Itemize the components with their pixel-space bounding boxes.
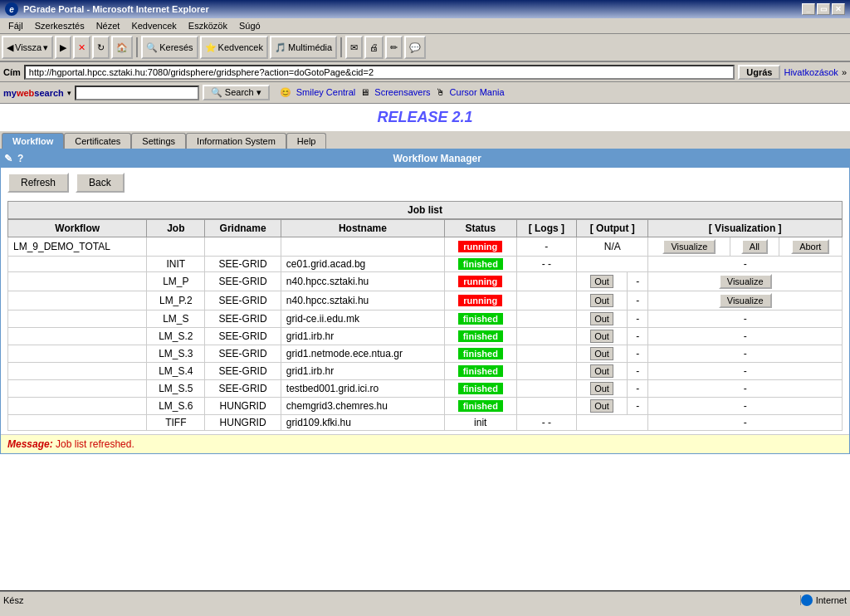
menu-favorites[interactable]: Kedvencek — [126, 20, 181, 32]
cell-job: TIFF — [147, 415, 205, 431]
release-banner: RELEASE 2.1 — [0, 104, 850, 131]
out-button[interactable]: Out — [590, 294, 613, 307]
visualize-button3[interactable]: Visualize — [719, 293, 772, 308]
cell-gridname: HUNGRID — [205, 415, 281, 431]
menu-view[interactable]: Nézet — [91, 20, 125, 32]
tab-help[interactable]: Help — [286, 133, 327, 149]
status-badge-init: init — [474, 417, 486, 428]
cell-vis-btn[interactable]: Visualize — [648, 291, 843, 310]
smiley-central-link[interactable]: Smiley Central — [296, 87, 356, 98]
favorites-button[interactable]: ⭐ Kedvencek — [200, 36, 268, 59]
main-content: ✎ ? Workflow Manager Refresh Back Job li… — [0, 149, 850, 454]
cell-hostname: grid109.kfki.hu — [281, 415, 444, 431]
cell-workflow — [8, 272, 147, 291]
back-button[interactable]: ◀ Vissza ▾ — [2, 36, 53, 59]
cell-workflow — [8, 380, 147, 398]
help-wm-icon[interactable]: ? — [17, 153, 23, 164]
cell-vis-btn[interactable]: Visualize — [648, 237, 730, 257]
refresh-wm-button[interactable]: Refresh — [7, 173, 69, 193]
restore-button[interactable]: ▭ — [817, 3, 830, 15]
cell-out-btn[interactable]: Out — [577, 345, 628, 363]
edit-wm-icon[interactable]: ✎ — [4, 153, 12, 164]
browser-title: PGrade Portal - Microsoft Internet Explo… — [23, 4, 209, 14]
table-row: LM_P.2 SEE-GRID n40.hpcc.sztaki.hu runni… — [8, 291, 843, 310]
out-button[interactable]: Out — [590, 382, 613, 395]
cursor-mania-link[interactable]: Cursor Mania — [450, 87, 505, 98]
cell-job: LM_S — [147, 310, 205, 328]
links-expand-icon[interactable]: » — [842, 67, 847, 77]
abort-button[interactable]: Abort — [791, 239, 829, 254]
visualize-button2[interactable]: Visualize — [719, 274, 772, 289]
cell-out-btn[interactable]: Out — [577, 328, 628, 345]
out-button[interactable]: Out — [590, 330, 613, 343]
edit-icon: ✏ — [390, 42, 398, 53]
cell-out-btn[interactable]: Out — [577, 363, 628, 380]
edit-button[interactable]: ✏ — [385, 36, 403, 59]
tab-information-system[interactable]: Information System — [186, 133, 286, 149]
table-row: LM_S.5 SEE-GRID testbed001.grid.ici.ro f… — [8, 380, 843, 398]
back-wm-button[interactable]: Back — [76, 173, 125, 193]
col-workflow: Workflow — [8, 220, 147, 237]
links-label[interactable]: Hivatkozások — [784, 67, 838, 77]
cell-workflow — [8, 415, 147, 431]
cell-gridname — [205, 237, 281, 257]
screensavers-icon: 🖥 — [360, 87, 369, 98]
cell-abort-btn[interactable]: Abort — [779, 237, 842, 257]
cell-out-dash: - — [627, 380, 647, 398]
cell-out-btn[interactable]: Out — [577, 272, 628, 291]
search-input[interactable] — [75, 86, 199, 100]
status-badge-running: running — [458, 276, 502, 287]
address-input[interactable] — [24, 65, 735, 80]
cell-out-dash: - — [627, 291, 647, 310]
menu-tools[interactable]: Eszközök — [183, 20, 232, 32]
tab-workflow[interactable]: Workflow — [2, 133, 64, 149]
cell-status: running — [445, 272, 517, 291]
forward-button[interactable]: ▶ — [55, 36, 71, 59]
go-button[interactable]: Ugrás — [738, 65, 780, 80]
search-button[interactable]: 🔍 Keresés — [141, 36, 198, 59]
cell-vis-btn[interactable]: Visualize — [648, 272, 843, 291]
menu-file[interactable]: Fájl — [3, 20, 28, 32]
cell-out-btn[interactable]: Out — [577, 380, 628, 398]
close-button[interactable]: ✕ — [832, 3, 845, 15]
menu-help[interactable]: Súgó — [234, 20, 266, 32]
window-controls[interactable]: _ ▭ ✕ — [802, 3, 845, 15]
print-button[interactable]: 🖨 — [364, 36, 383, 59]
menu-edit[interactable]: Szerkesztés — [30, 20, 90, 32]
search-button-bar[interactable]: 🔍 Search ▾ — [203, 85, 270, 100]
refresh-button[interactable]: ↻ — [92, 36, 110, 59]
visualize-button[interactable]: Visualize — [662, 239, 716, 254]
all-button[interactable]: All — [741, 239, 768, 254]
cell-gridname: HUNGRID — [205, 398, 281, 415]
print-icon: 🖨 — [369, 42, 379, 52]
out-button[interactable]: Out — [590, 275, 613, 288]
mail-button[interactable]: ✉ — [345, 36, 363, 59]
stop-button[interactable]: ✕ — [73, 36, 90, 59]
out-button[interactable]: Out — [590, 399, 613, 413]
cell-logs — [516, 328, 577, 345]
tab-settings[interactable]: Settings — [131, 133, 186, 149]
browser-toolbar: ◀ Vissza ▾ ▶ ✕ ↻ 🏠 🔍 Keresés ⭐ Kedvencek… — [0, 34, 850, 62]
menu-bar: Fájl Szerkesztés Nézet Kedvencek Eszközö… — [0, 18, 850, 34]
cell-all-btn[interactable]: All — [730, 237, 779, 257]
col-logs: [ Logs ] — [516, 220, 577, 237]
cell-out-btn[interactable]: Out — [577, 398, 628, 415]
cell-job: LM_S.6 — [147, 398, 205, 415]
table-row: INIT SEE-GRID ce01.grid.acad.bg finished… — [8, 257, 843, 272]
screensavers-link[interactable]: Screensavers — [374, 87, 430, 98]
cell-gridname: SEE-GRID — [205, 345, 281, 363]
home-button[interactable]: 🏠 — [111, 36, 133, 59]
cell-hostname: n40.hpcc.sztaki.hu — [281, 272, 444, 291]
media-button[interactable]: 🎵 Multimédia — [270, 36, 337, 59]
cell-status: finished — [445, 363, 517, 380]
messenger-button[interactable]: 💬 — [404, 36, 426, 59]
out-button[interactable]: Out — [590, 364, 613, 378]
cell-output — [577, 415, 648, 431]
tab-certificates[interactable]: Certificates — [64, 133, 131, 149]
out-button[interactable]: Out — [590, 312, 613, 325]
minimize-button[interactable]: _ — [802, 3, 815, 15]
cell-workflow — [8, 257, 147, 272]
cell-out-btn[interactable]: Out — [577, 310, 628, 328]
cell-out-btn[interactable]: Out — [577, 291, 628, 310]
out-button[interactable]: Out — [590, 347, 613, 360]
